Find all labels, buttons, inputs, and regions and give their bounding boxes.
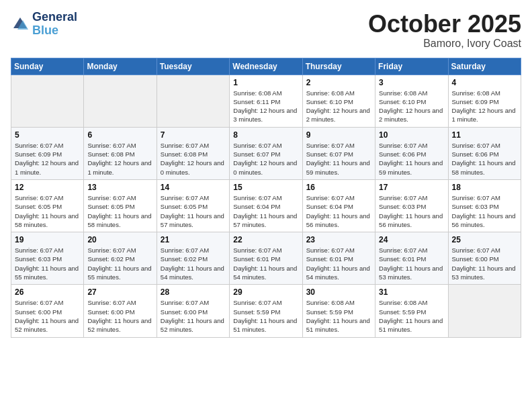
calendar-cell: 6 Sunrise: 6:07 AMSunset: 6:08 PMDayligh… [84, 127, 157, 179]
calendar-cell: 3 Sunrise: 6:08 AMSunset: 6:10 PMDayligh… [375, 75, 448, 127]
location: Bamoro, Ivory Coast [368, 38, 521, 50]
day-info: Sunrise: 6:07 AMSunset: 6:03 PMDaylight:… [379, 193, 444, 229]
weekday-header: Friday [375, 58, 448, 75]
day-info: Sunrise: 6:07 AMSunset: 6:01 PMDaylight:… [306, 246, 371, 281]
logo: General Blue [11, 11, 77, 38]
weekday-header: Tuesday [157, 58, 229, 75]
day-number: 5 [15, 130, 80, 140]
day-info: Sunrise: 6:07 AMSunset: 6:00 PMDaylight:… [452, 246, 517, 281]
calendar-cell: 13 Sunrise: 6:07 AMSunset: 6:05 PMDaylig… [84, 179, 157, 232]
day-number: 27 [87, 287, 152, 297]
weekday-header-row: SundayMondayTuesdayWednesdayThursdayFrid… [11, 58, 521, 75]
calendar-cell: 10 Sunrise: 6:07 AMSunset: 6:06 PMDaylig… [375, 127, 448, 179]
calendar-week-row: 5 Sunrise: 6:07 AMSunset: 6:09 PMDayligh… [11, 127, 521, 179]
day-number: 13 [87, 183, 152, 192]
calendar-cell [11, 75, 84, 127]
day-info: Sunrise: 6:07 AMSunset: 6:02 PMDaylight:… [161, 246, 226, 281]
day-number: 18 [452, 183, 517, 192]
day-info: Sunrise: 6:07 AMSunset: 6:07 PMDaylight:… [233, 141, 298, 177]
day-number: 26 [15, 287, 80, 297]
day-number: 30 [306, 287, 371, 297]
day-number: 10 [379, 130, 444, 140]
day-info: Sunrise: 6:07 AMSunset: 5:59 PMDaylight:… [233, 298, 298, 334]
day-info: Sunrise: 6:07 AMSunset: 6:05 PMDaylight:… [161, 193, 226, 229]
calendar-cell: 23 Sunrise: 6:07 AMSunset: 6:01 PMDaylig… [302, 232, 375, 285]
day-info: Sunrise: 6:07 AMSunset: 6:04 PMDaylight:… [233, 193, 298, 229]
calendar-cell: 28 Sunrise: 6:07 AMSunset: 6:00 PMDaylig… [157, 285, 229, 337]
day-info: Sunrise: 6:07 AMSunset: 6:03 PMDaylight:… [15, 246, 80, 281]
calendar-cell: 7 Sunrise: 6:07 AMSunset: 6:08 PMDayligh… [157, 127, 229, 179]
day-number: 23 [306, 235, 371, 244]
calendar-cell: 31 Sunrise: 6:08 AMSunset: 5:59 PMDaylig… [375, 285, 448, 337]
logo-line2: Blue [32, 24, 77, 38]
day-info: Sunrise: 6:07 AMSunset: 6:08 PMDaylight:… [161, 141, 226, 177]
calendar-cell: 19 Sunrise: 6:07 AMSunset: 6:03 PMDaylig… [11, 232, 84, 285]
calendar-week-row: 19 Sunrise: 6:07 AMSunset: 6:03 PMDaylig… [11, 232, 521, 285]
day-number: 20 [87, 235, 152, 244]
title-block: October 2025 Bamoro, Ivory Coast [368, 11, 521, 50]
day-number: 4 [452, 78, 517, 87]
day-number: 8 [233, 130, 298, 140]
day-number: 24 [379, 235, 444, 244]
day-info: Sunrise: 6:08 AMSunset: 5:59 PMDaylight:… [379, 298, 444, 334]
day-info: Sunrise: 6:08 AMSunset: 6:10 PMDaylight:… [379, 89, 444, 124]
day-number: 25 [452, 235, 517, 244]
day-number: 12 [15, 183, 80, 192]
calendar-cell: 30 Sunrise: 6:08 AMSunset: 5:59 PMDaylig… [302, 285, 375, 337]
day-number: 9 [306, 130, 371, 140]
calendar-cell: 8 Sunrise: 6:07 AMSunset: 6:07 PMDayligh… [230, 127, 302, 179]
calendar-cell: 12 Sunrise: 6:07 AMSunset: 6:05 PMDaylig… [11, 179, 84, 232]
calendar-cell: 16 Sunrise: 6:07 AMSunset: 6:04 PMDaylig… [302, 179, 375, 232]
weekday-header: Thursday [302, 58, 375, 75]
day-info: Sunrise: 6:07 AMSunset: 6:05 PMDaylight:… [87, 193, 152, 229]
weekday-header: Monday [84, 58, 157, 75]
calendar-cell: 22 Sunrise: 6:07 AMSunset: 6:01 PMDaylig… [230, 232, 302, 285]
calendar-cell: 24 Sunrise: 6:07 AMSunset: 6:01 PMDaylig… [375, 232, 448, 285]
day-info: Sunrise: 6:07 AMSunset: 6:09 PMDaylight:… [15, 141, 80, 177]
calendar: SundayMondayTuesdayWednesdayThursdayFrid… [11, 58, 521, 338]
day-info: Sunrise: 6:07 AMSunset: 6:06 PMDaylight:… [452, 141, 517, 177]
day-number: 7 [161, 130, 226, 140]
day-info: Sunrise: 6:07 AMSunset: 6:07 PMDaylight:… [306, 141, 371, 177]
calendar-cell [157, 75, 229, 127]
day-number: 1 [233, 78, 298, 87]
day-info: Sunrise: 6:07 AMSunset: 6:01 PMDaylight:… [233, 246, 298, 281]
logo-icon [11, 15, 30, 34]
calendar-cell: 14 Sunrise: 6:07 AMSunset: 6:05 PMDaylig… [157, 179, 229, 232]
weekday-header: Saturday [448, 58, 521, 75]
day-number: 3 [379, 78, 444, 87]
calendar-cell: 2 Sunrise: 6:08 AMSunset: 6:10 PMDayligh… [302, 75, 375, 127]
day-info: Sunrise: 6:08 AMSunset: 6:10 PMDaylight:… [306, 89, 371, 124]
day-number: 19 [15, 235, 80, 244]
calendar-cell: 21 Sunrise: 6:07 AMSunset: 6:02 PMDaylig… [157, 232, 229, 285]
calendar-cell: 26 Sunrise: 6:07 AMSunset: 6:00 PMDaylig… [11, 285, 84, 337]
day-number: 21 [161, 235, 226, 244]
calendar-cell: 15 Sunrise: 6:07 AMSunset: 6:04 PMDaylig… [230, 179, 302, 232]
day-info: Sunrise: 6:07 AMSunset: 6:02 PMDaylight:… [87, 246, 152, 281]
calendar-cell: 18 Sunrise: 6:07 AMSunset: 6:03 PMDaylig… [448, 179, 521, 232]
day-number: 31 [379, 287, 444, 297]
weekday-header: Sunday [11, 58, 84, 75]
day-info: Sunrise: 6:07 AMSunset: 6:00 PMDaylight:… [87, 298, 152, 334]
day-number: 11 [452, 130, 517, 140]
calendar-cell: 11 Sunrise: 6:07 AMSunset: 6:06 PMDaylig… [448, 127, 521, 179]
day-info: Sunrise: 6:07 AMSunset: 6:00 PMDaylight:… [15, 298, 80, 334]
day-info: Sunrise: 6:08 AMSunset: 6:11 PMDaylight:… [233, 89, 298, 124]
calendar-cell: 5 Sunrise: 6:07 AMSunset: 6:09 PMDayligh… [11, 127, 84, 179]
calendar-week-row: 12 Sunrise: 6:07 AMSunset: 6:05 PMDaylig… [11, 179, 521, 232]
day-number: 22 [233, 235, 298, 244]
day-info: Sunrise: 6:08 AMSunset: 6:09 PMDaylight:… [452, 89, 517, 124]
calendar-week-row: 26 Sunrise: 6:07 AMSunset: 6:00 PMDaylig… [11, 285, 521, 337]
calendar-cell: 29 Sunrise: 6:07 AMSunset: 5:59 PMDaylig… [230, 285, 302, 337]
calendar-cell [448, 285, 521, 337]
day-number: 6 [87, 130, 152, 140]
day-number: 2 [306, 78, 371, 87]
calendar-cell: 17 Sunrise: 6:07 AMSunset: 6:03 PMDaylig… [375, 179, 448, 232]
calendar-cell: 1 Sunrise: 6:08 AMSunset: 6:11 PMDayligh… [230, 75, 302, 127]
calendar-cell [84, 75, 157, 127]
calendar-cell: 9 Sunrise: 6:07 AMSunset: 6:07 PMDayligh… [302, 127, 375, 179]
day-info: Sunrise: 6:07 AMSunset: 6:04 PMDaylight:… [306, 193, 371, 229]
day-info: Sunrise: 6:07 AMSunset: 6:00 PMDaylight:… [161, 298, 226, 334]
weekday-header: Wednesday [230, 58, 302, 75]
day-info: Sunrise: 6:07 AMSunset: 6:08 PMDaylight:… [87, 141, 152, 177]
